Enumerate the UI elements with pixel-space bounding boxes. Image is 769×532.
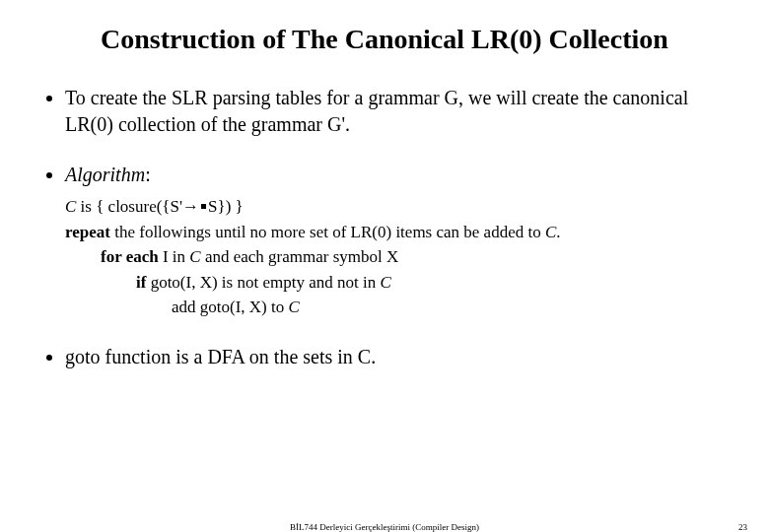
footer-course: BİL744 Derleyici Gerçekleştirimi (Compil… bbox=[290, 522, 479, 532]
algorithm-colon: : bbox=[145, 164, 151, 185]
algo-line-3: for each I in C and each grammar symbol … bbox=[65, 244, 739, 270]
algorithm-body: C is { closure({S'→S}) } repeat the foll… bbox=[65, 194, 739, 320]
algo-line-1: C is { closure({S'→S}) } bbox=[65, 194, 739, 220]
algo-line-5: add goto(I, X) to C bbox=[65, 295, 739, 320]
bullet-list: To create the SLR parsing tables for a g… bbox=[30, 85, 739, 370]
algo-line-4: if goto(I, X) is not empty and not in C bbox=[65, 270, 739, 296]
dot-icon bbox=[201, 204, 206, 209]
algo-line-2: repeat the followings until no more set … bbox=[65, 220, 739, 245]
bullet-algorithm: Algorithm: C is { closure({S'→S}) } repe… bbox=[65, 162, 739, 320]
algorithm-label: Algorithm bbox=[65, 164, 145, 185]
bullet-goto: goto function is a DFA on the sets in C. bbox=[65, 344, 739, 370]
bullet-intro: To create the SLR parsing tables for a g… bbox=[65, 85, 739, 138]
algo-c-var: C bbox=[65, 197, 76, 216]
slide-title: Construction of The Canonical LR(0) Coll… bbox=[30, 24, 739, 55]
footer-page-number: 23 bbox=[738, 522, 747, 532]
slide: Construction of The Canonical LR(0) Coll… bbox=[0, 0, 769, 370]
